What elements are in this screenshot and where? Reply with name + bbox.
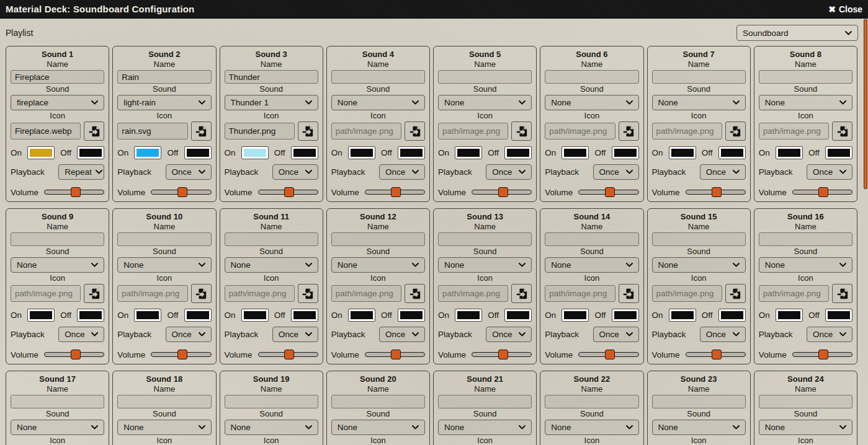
playback-select[interactable]: Once (166, 164, 212, 180)
file-picker-button[interactable] (619, 284, 639, 303)
on-color-picker[interactable] (776, 309, 803, 322)
file-picker-button[interactable] (298, 121, 318, 141)
name-input[interactable] (11, 232, 104, 246)
off-color-picker[interactable] (718, 146, 746, 159)
on-color-picker[interactable] (241, 309, 269, 322)
on-color-picker[interactable] (562, 146, 589, 159)
file-picker-button[interactable] (84, 121, 104, 141)
off-color-picker[interactable] (398, 146, 425, 159)
on-color-picker[interactable] (776, 146, 803, 159)
name-input[interactable] (545, 395, 638, 408)
file-picker-button[interactable] (725, 121, 746, 141)
playback-select[interactable]: Once (807, 164, 852, 180)
volume-slider[interactable] (44, 350, 104, 359)
volume-slider[interactable] (472, 350, 532, 359)
off-color-picker[interactable] (504, 309, 532, 322)
on-color-picker[interactable] (134, 309, 161, 322)
file-picker-button[interactable] (511, 284, 532, 303)
icon-path-input[interactable] (225, 285, 295, 302)
name-input[interactable] (225, 232, 318, 246)
name-input[interactable] (652, 70, 746, 84)
off-color-picker[interactable] (612, 146, 639, 159)
icon-path-input[interactable] (225, 123, 295, 139)
off-color-picker[interactable] (184, 309, 212, 322)
icon-path-input[interactable] (759, 123, 829, 139)
file-picker-button[interactable] (832, 121, 852, 141)
name-input[interactable] (545, 232, 638, 246)
sound-select[interactable]: light-rain (117, 95, 211, 110)
volume-slider-thumb[interactable] (391, 187, 401, 197)
icon-path-input[interactable] (545, 123, 615, 139)
volume-slider-thumb[interactable] (712, 350, 722, 359)
file-picker-button[interactable] (511, 121, 532, 141)
file-picker-button[interactable] (832, 284, 852, 303)
name-input[interactable] (759, 70, 852, 84)
sound-select[interactable]: None (759, 95, 852, 110)
sound-select[interactable]: None (438, 95, 532, 110)
volume-slider[interactable] (258, 350, 318, 359)
playlist-select[interactable]: Soundboard (736, 25, 858, 41)
window-scrollbar-thumb[interactable] (864, 19, 867, 189)
sound-select[interactable]: None (331, 95, 425, 110)
sound-select[interactable]: None (331, 257, 425, 273)
volume-slider-thumb[interactable] (391, 350, 401, 359)
volume-slider[interactable] (151, 350, 211, 359)
sound-select[interactable]: None (225, 257, 318, 273)
name-input[interactable] (117, 395, 211, 408)
sound-select[interactable]: None (545, 257, 638, 273)
volume-slider-thumb[interactable] (712, 187, 722, 197)
off-color-picker[interactable] (184, 146, 212, 159)
name-input[interactable] (117, 70, 211, 84)
name-input[interactable] (225, 70, 318, 84)
on-color-picker[interactable] (348, 146, 375, 159)
off-color-picker[interactable] (77, 309, 104, 322)
name-input[interactable] (11, 70, 104, 84)
sound-select[interactable]: None (438, 257, 532, 273)
playback-select[interactable]: Once (486, 164, 532, 180)
volume-slider[interactable] (578, 187, 638, 197)
icon-path-input[interactable] (652, 285, 722, 302)
sound-select[interactable]: None (545, 420, 638, 435)
off-color-picker[interactable] (77, 146, 104, 159)
playback-select[interactable]: Once (166, 327, 212, 342)
on-color-picker[interactable] (455, 146, 482, 159)
icon-path-input[interactable] (331, 123, 401, 139)
sound-select[interactable]: None (438, 420, 532, 435)
name-input[interactable] (438, 70, 532, 84)
off-color-picker[interactable] (398, 309, 425, 322)
name-input[interactable] (438, 395, 532, 408)
volume-slider-thumb[interactable] (177, 187, 187, 197)
off-color-picker[interactable] (291, 309, 318, 322)
volume-slider[interactable] (151, 187, 211, 197)
off-color-picker[interactable] (291, 146, 318, 159)
name-input[interactable] (11, 395, 104, 408)
off-color-picker[interactable] (612, 309, 639, 322)
volume-slider-thumb[interactable] (498, 187, 508, 197)
playback-select[interactable]: Once (58, 327, 104, 342)
volume-slider-thumb[interactable] (498, 350, 508, 359)
volume-slider[interactable] (792, 350, 852, 359)
file-picker-button[interactable] (405, 284, 425, 303)
volume-slider-thumb[interactable] (71, 187, 81, 197)
volume-slider[interactable] (365, 350, 425, 359)
on-color-picker[interactable] (669, 309, 696, 322)
file-picker-button[interactable] (191, 284, 212, 303)
file-picker-button[interactable] (84, 284, 104, 303)
on-color-picker[interactable] (27, 309, 55, 322)
on-color-picker[interactable] (27, 146, 55, 159)
sound-select[interactable]: None (545, 95, 638, 110)
icon-path-input[interactable] (652, 123, 722, 139)
sound-select[interactable]: None (11, 420, 104, 435)
on-color-picker[interactable] (241, 146, 269, 159)
file-picker-button[interactable] (298, 284, 318, 303)
playback-select[interactable]: Once (379, 164, 425, 180)
volume-slider[interactable] (686, 350, 746, 359)
sound-select[interactable]: None (652, 257, 746, 273)
playback-select[interactable]: Once (593, 164, 639, 180)
on-color-picker[interactable] (134, 146, 161, 159)
name-input[interactable] (652, 232, 746, 246)
on-color-picker[interactable] (562, 309, 589, 322)
playback-select[interactable]: Once (700, 164, 746, 180)
close-button[interactable]: ✖ Close (828, 4, 862, 14)
name-input[interactable] (331, 70, 425, 84)
